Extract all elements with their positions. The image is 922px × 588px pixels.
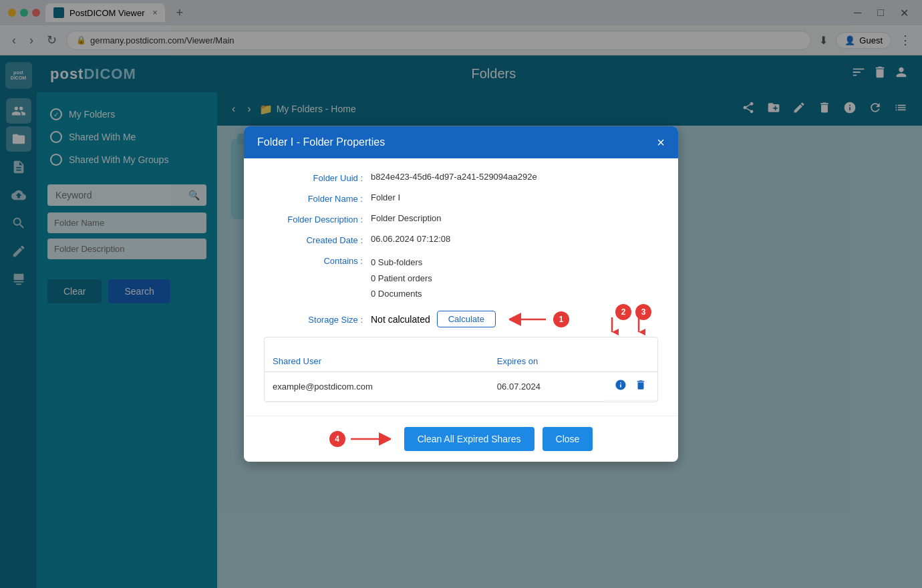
shared-users-table: Shared User Expires on example@postdicom… [265, 351, 657, 402]
modal-overlay[interactable]: Folder I - Folder Properties × Folder Uu… [0, 0, 922, 588]
modal-dialog: Folder I - Folder Properties × Folder Uu… [244, 126, 678, 462]
col-expires-on: Expires on [489, 351, 604, 372]
badge-4: 4 [329, 431, 345, 447]
modal-body: Folder Uuid : b824e423-45d6-4d97-a241-52… [244, 158, 678, 416]
modal-header: Folder I - Folder Properties × [244, 126, 678, 158]
folder-name-value: Folder I [371, 192, 658, 202]
folder-desc-label: Folder Description : [264, 213, 371, 225]
storage-row: Storage Size : Not calculated Calculate … [264, 311, 658, 327]
storage-value-row: Not calculated Calculate 1 [371, 311, 569, 327]
badge-1: 1 [553, 311, 569, 327]
arrow-2-svg [605, 317, 619, 337]
contains-value: 0 Sub-folders 0 Patient orders 0 Documen… [371, 255, 658, 301]
annotation-4: 4 [329, 431, 391, 447]
arrow-1-svg [509, 313, 549, 326]
calculate-button[interactable]: Calculate [437, 311, 496, 327]
expires-date: 06.07.2024 [489, 372, 604, 402]
shared-user-email: example@postdicom.com [265, 372, 489, 402]
shared-users-section: Shared User Expires on example@postdicom… [264, 337, 658, 402]
folder-desc-value: Folder Description [371, 213, 658, 223]
date-row: Created Date : 06.06.2024 07:12:08 [264, 234, 658, 245]
created-date-value: 06.06.2024 07:12:08 [371, 234, 658, 244]
row-delete-button[interactable] [632, 378, 649, 395]
contains-row: Contains : 0 Sub-folders 0 Patient order… [264, 255, 658, 301]
col-actions [604, 351, 657, 372]
modal-close-button[interactable]: × [657, 136, 665, 149]
uuid-value: b824e423-45d6-4d97-a241-529094aa292e [371, 172, 658, 182]
arrow-4-svg [351, 432, 391, 446]
col-shared-user: Shared User [265, 351, 489, 372]
folder-name-label: Folder Name : [264, 192, 371, 204]
modal-footer: 4 Clean All Expired Shares Close [244, 416, 678, 462]
contains-line2: 0 Patient orders [371, 273, 432, 283]
arrows-2-3 [605, 317, 645, 337]
row-actions [604, 372, 657, 401]
contains-line3: 0 Documents [371, 289, 422, 299]
created-date-label: Created Date : [264, 234, 371, 245]
annotation-1: 1 [509, 311, 569, 327]
row-info-button[interactable] [612, 378, 629, 395]
desc-row: Folder Description : Folder Description [264, 213, 658, 225]
name-row: Folder Name : Folder I [264, 192, 658, 204]
clean-expired-button[interactable]: Clean All Expired Shares [404, 427, 534, 451]
contains-line1: 0 Sub-folders [371, 257, 422, 267]
uuid-row: Folder Uuid : b824e423-45d6-4d97-a241-52… [264, 172, 658, 183]
storage-value: Not calculated [371, 314, 430, 325]
storage-label: Storage Size : [264, 313, 371, 325]
uuid-label: Folder Uuid : [264, 172, 371, 183]
table-row: example@postdicom.com 06.07.2024 [265, 372, 657, 402]
modal-title: Folder I - Folder Properties [257, 136, 385, 148]
contains-label: Contains : [264, 255, 371, 266]
arrow-3-svg [632, 317, 645, 337]
close-modal-button[interactable]: Close [543, 427, 593, 451]
